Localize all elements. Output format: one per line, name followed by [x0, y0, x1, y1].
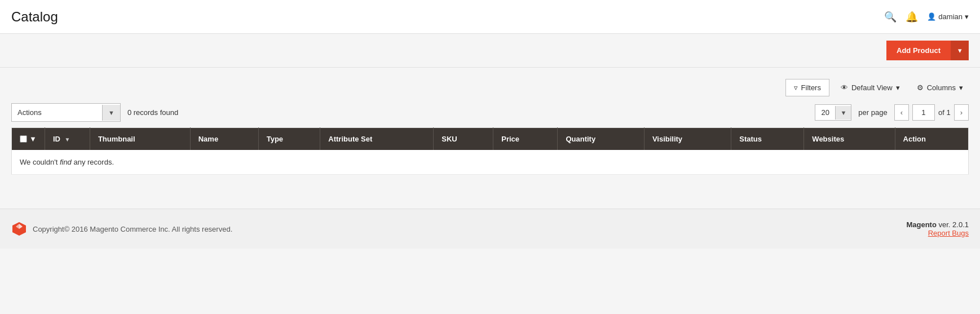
select-all-checkbox[interactable]: [20, 135, 27, 143]
checkbox-dropdown-arrow[interactable]: ▼: [29, 135, 37, 143]
th-checkbox[interactable]: ▼: [12, 128, 45, 151]
id-sort-arrow: ▼: [65, 136, 70, 143]
th-visibility[interactable]: Visibility: [644, 128, 731, 151]
per-page-label: per page: [858, 108, 887, 117]
actions-select-wrapper: Actions ▼: [11, 103, 121, 122]
current-page-input[interactable]: [912, 104, 935, 121]
actions-dropdown-arrow[interactable]: ▼: [102, 105, 120, 121]
columns-label: Columns: [927, 83, 956, 92]
th-type[interactable]: Type: [258, 128, 320, 151]
no-records-row: We couldn't find any records.: [12, 150, 969, 175]
th-id[interactable]: ID ▼: [45, 128, 90, 151]
footer-report-bugs[interactable]: Report Bugs: [906, 229, 969, 237]
footer-version-number: ver. 2.0.1: [939, 220, 969, 229]
th-thumbnail: Thumbnail: [90, 128, 190, 151]
page-of-label: of 1: [938, 108, 951, 117]
toolbar: Add Product ▾: [0, 34, 980, 68]
th-sku[interactable]: SKU: [434, 128, 493, 151]
per-page-arrow[interactable]: ▼: [835, 106, 851, 120]
add-product-dropdown-button[interactable]: ▾: [951, 41, 969, 60]
prev-page-button[interactable]: ‹: [894, 104, 909, 121]
default-view-label: Default View: [851, 83, 893, 92]
footer-right: Magento ver. 2.0.1 Report Bugs: [906, 220, 969, 237]
user-avatar-icon: 👤: [927, 12, 936, 21]
user-menu[interactable]: 👤 damian ▾: [927, 12, 969, 21]
header: Catalog 🔍 🔔 👤 damian ▾: [0, 0, 980, 34]
th-quantity[interactable]: Quantity: [558, 128, 644, 151]
th-status[interactable]: Status: [731, 128, 804, 151]
table-header-row: ▼ ID ▼ Thumbnail Name Type Attribute Se: [12, 128, 969, 151]
content-area: ▿ Filters 👁 Default View ▾ ⚙ Columns ▾ A…: [0, 68, 980, 186]
actions-select[interactable]: Actions: [12, 104, 102, 121]
th-price[interactable]: Price: [493, 128, 558, 151]
add-product-button-group: Add Product ▾: [886, 41, 969, 60]
columns-arrow: ▾: [959, 83, 963, 92]
table-body: We couldn't find any records.: [12, 150, 969, 175]
actions-left: Actions ▼ 0 records found: [11, 103, 178, 122]
user-name: damian: [938, 12, 963, 21]
header-right: 🔍 🔔 👤 damian ▾: [884, 11, 969, 23]
add-product-button[interactable]: Add Product: [886, 41, 951, 60]
no-records-message: We couldn't find any records.: [20, 158, 114, 166]
footer-version-line: Magento ver. 2.0.1: [906, 220, 969, 229]
per-page-select[interactable]: 20: [815, 105, 835, 120]
footer: Copyright© 2016 Magento Commerce Inc. Al…: [0, 209, 980, 249]
default-view-button[interactable]: 👁 Default View ▾: [835, 79, 906, 96]
columns-button[interactable]: ⚙ Columns ▾: [911, 79, 969, 96]
eye-icon: 👁: [841, 83, 848, 92]
data-table: ▼ ID ▼ Thumbnail Name Type Attribute Se: [11, 127, 969, 175]
page-title: Catalog: [11, 9, 58, 25]
filter-icon: ▿: [794, 83, 798, 92]
records-count: 0 records found: [127, 108, 178, 117]
footer-copyright: Copyright© 2016 Magento Commerce Inc. Al…: [33, 225, 232, 233]
th-action: Action: [895, 128, 968, 151]
next-page-button[interactable]: ›: [954, 104, 969, 121]
th-name[interactable]: Name: [190, 128, 258, 151]
per-page-wrapper: 20 ▼: [815, 104, 851, 121]
search-icon[interactable]: 🔍: [884, 11, 897, 23]
th-websites[interactable]: Websites: [804, 128, 895, 151]
default-view-arrow: ▾: [896, 83, 900, 92]
bell-icon[interactable]: 🔔: [906, 11, 918, 23]
table-header: ▼ ID ▼ Thumbnail Name Type Attribute Se: [12, 128, 969, 151]
filters-label: Filters: [801, 83, 821, 92]
report-bugs-link[interactable]: Report Bugs: [928, 229, 969, 237]
th-attribute-set[interactable]: Attribute Set: [320, 128, 434, 151]
footer-version-label: Magento: [906, 220, 936, 229]
user-dropdown-arrow: ▾: [965, 12, 969, 21]
actions-bar: Actions ▼ 0 records found 20 ▼ per page …: [11, 103, 969, 122]
filters-button[interactable]: ▿ Filters: [785, 79, 829, 96]
magento-logo: [11, 221, 27, 237]
filter-bar: ▿ Filters 👁 Default View ▾ ⚙ Columns ▾: [11, 79, 969, 96]
footer-left: Copyright© 2016 Magento Commerce Inc. Al…: [11, 221, 232, 237]
pagination: 20 ▼ per page ‹ of 1 ›: [815, 104, 969, 121]
gear-icon: ⚙: [917, 83, 924, 92]
no-records-cell: We couldn't find any records.: [12, 150, 969, 175]
